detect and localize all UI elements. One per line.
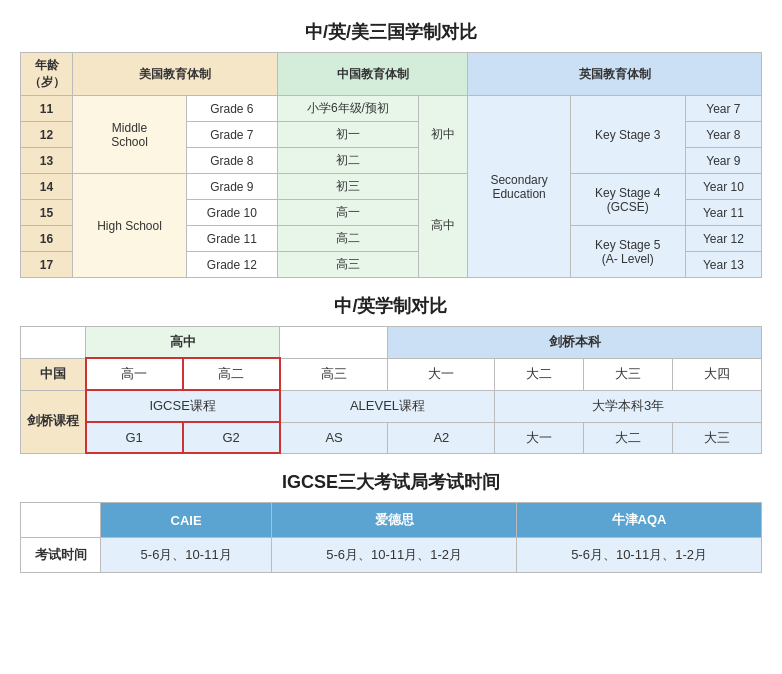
cn-group-gaozhong: 高中 xyxy=(419,174,468,278)
header-age: 年龄（岁） xyxy=(21,53,73,96)
uk-year: Year 8 xyxy=(685,122,761,148)
grade-cell: Grade 9 xyxy=(186,174,277,200)
uk-secondary: SecondaryEducation xyxy=(468,96,570,278)
t2-gaoer: 高二 xyxy=(183,358,280,390)
t2-row3-daer: 大二 xyxy=(584,422,673,453)
cn-specific: 初一 xyxy=(277,122,418,148)
t2-dasan: 大三 xyxy=(584,358,673,390)
comparison-table-2: 高中 剑桥本科 中国 高一 高二 高三 大一 大二 大三 大四 剑桥课程 IGC… xyxy=(20,326,762,454)
age-cell: 17 xyxy=(21,252,73,278)
header-uk: 英国教育体制 xyxy=(468,53,762,96)
uk-year: Year 9 xyxy=(685,148,761,174)
uk-year: Year 11 xyxy=(685,200,761,226)
cn-specific: 高一 xyxy=(277,200,418,226)
usa-high-school: High School xyxy=(73,174,187,278)
cn-specific: 高二 xyxy=(277,226,418,252)
t3-aideisi-time: 5-6月、10-11月、1-2月 xyxy=(272,538,517,573)
table2-title: 中/英学制对比 xyxy=(20,294,762,318)
grade-cell: Grade 7 xyxy=(186,122,277,148)
t3-header-aideisi: 爱德思 xyxy=(272,503,517,538)
cn-specific: 小学6年级/预初 xyxy=(277,96,418,122)
t2-china-label: 中国 xyxy=(21,358,86,390)
uk-stage-4: Key Stage 4(GCSE) xyxy=(570,174,685,226)
t3-header-caie: CAIE xyxy=(101,503,272,538)
uk-year: Year 7 xyxy=(685,96,761,122)
table1-title: 中/英/美三国学制对比 xyxy=(20,20,762,44)
t3-oxford-time: 5-6月、10-11月、1-2月 xyxy=(517,538,762,573)
t2-as: AS xyxy=(280,422,388,453)
grade-cell: Grade 10 xyxy=(186,200,277,226)
age-cell: 13 xyxy=(21,148,73,174)
table3-title: IGCSE三大考试局考试时间 xyxy=(20,470,762,494)
uk-year: Year 10 xyxy=(685,174,761,200)
table1-section: 中/英/美三国学制对比 年龄（岁） 美国教育体制 中国教育体制 英国教育体制 1… xyxy=(20,20,762,278)
header-cn: 中国教育体制 xyxy=(277,53,468,96)
t2-daer: 大二 xyxy=(495,358,584,390)
t3-caie-time: 5-6月、10-11月 xyxy=(101,538,272,573)
uk-year: Year 12 xyxy=(685,226,761,252)
t2-empty-header2 xyxy=(280,327,388,359)
t2-empty-header xyxy=(21,327,86,359)
t2-g1: G1 xyxy=(86,422,183,453)
cn-specific: 初三 xyxy=(277,174,418,200)
t2-header-gaozhong: 高中 xyxy=(86,327,280,359)
uk-stage-3: Key Stage 3 xyxy=(570,96,685,174)
grade-cell: Grade 11 xyxy=(186,226,277,252)
t3-header-oxford: 牛津AQA xyxy=(517,503,762,538)
grade-cell: Grade 8 xyxy=(186,148,277,174)
t2-row3-dayi: 大一 xyxy=(495,422,584,453)
grade-cell: Grade 6 xyxy=(186,96,277,122)
t2-igcse: IGCSE课程 xyxy=(86,390,280,422)
age-cell: 15 xyxy=(21,200,73,226)
table2-section: 中/英学制对比 高中 剑桥本科 中国 高一 高二 高三 大一 大二 大三 大四 xyxy=(20,294,762,454)
grade-cell: Grade 12 xyxy=(186,252,277,278)
uk-stage-5: Key Stage 5(A- Level) xyxy=(570,226,685,278)
table3-section: IGCSE三大考试局考试时间 CAIE 爱德思 牛津AQA 考试时间 5-6月、… xyxy=(20,470,762,573)
t2-gaoyi: 高一 xyxy=(86,358,183,390)
t3-empty-header xyxy=(21,503,101,538)
cn-specific: 初二 xyxy=(277,148,418,174)
t2-alevel: ALEVEL课程 xyxy=(280,390,495,422)
age-cell: 14 xyxy=(21,174,73,200)
cn-specific: 高三 xyxy=(277,252,418,278)
t2-row3-dasan: 大三 xyxy=(673,422,762,453)
t2-g2: G2 xyxy=(183,422,280,453)
t3-exam-time-label: 考试时间 xyxy=(21,538,101,573)
t2-gaosan: 高三 xyxy=(280,358,388,390)
usa-middle-school: MiddleSchool xyxy=(73,96,187,174)
age-cell: 16 xyxy=(21,226,73,252)
t2-dayi: 大一 xyxy=(388,358,495,390)
age-cell: 12 xyxy=(21,122,73,148)
t2-header-cambridge: 剑桥本科 xyxy=(388,327,762,359)
t2-a2: A2 xyxy=(388,422,495,453)
comparison-table-1: 年龄（岁） 美国教育体制 中国教育体制 英国教育体制 11 MiddleScho… xyxy=(20,52,762,278)
header-usa: 美国教育体制 xyxy=(73,53,278,96)
age-cell: 11 xyxy=(21,96,73,122)
uk-year: Year 13 xyxy=(685,252,761,278)
cn-group-chuzhong: 初中 xyxy=(419,96,468,174)
t2-undergraduate: 大学本科3年 xyxy=(495,390,762,422)
t2-dasi: 大四 xyxy=(673,358,762,390)
t2-cambridge-label: 剑桥课程 xyxy=(21,390,86,453)
exam-time-table: CAIE 爱德思 牛津AQA 考试时间 5-6月、10-11月 5-6月、10-… xyxy=(20,502,762,573)
